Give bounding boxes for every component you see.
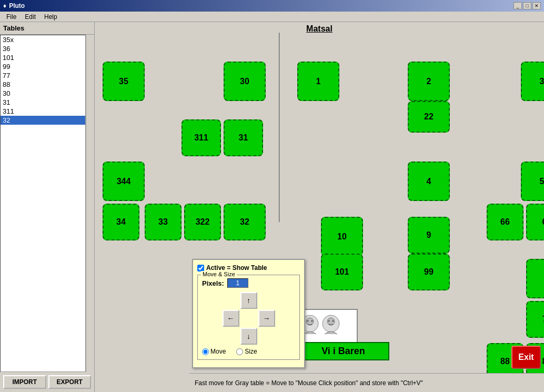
arrow-up-button[interactable]: ↑ <box>240 292 257 309</box>
floor-table-22[interactable]: 22 <box>408 101 450 133</box>
pixels-label: Pixels: <box>202 279 224 287</box>
empty-cell <box>223 328 239 345</box>
empty-cell <box>240 310 257 327</box>
exit-button[interactable]: Exit <box>511 346 541 369</box>
status-bar: Fast move for Gray table = Move to "Mous… <box>189 373 544 392</box>
maximize-button[interactable]: □ <box>523 2 531 9</box>
floor-table-33[interactable]: 33 <box>145 204 182 240</box>
vi-baren-label: Vi i Baren <box>297 342 389 360</box>
floor-table-3[interactable]: 3 <box>521 62 544 101</box>
floor-table-77[interactable]: 77 <box>526 301 544 338</box>
matsal-label: Matsal <box>304 22 335 36</box>
empty-cell <box>223 292 239 309</box>
floor-table-4[interactable]: 4 <box>408 162 450 201</box>
floor-table-31[interactable]: 31 <box>224 119 263 156</box>
floor-table-101[interactable]: 101 <box>321 254 363 290</box>
floor-table-344[interactable]: 344 <box>103 162 145 201</box>
floor-area: Matsal 353012322311313445434333223266610… <box>95 22 544 392</box>
floor-table-34[interactable]: 34 <box>103 204 139 240</box>
menu-edit[interactable]: Edit <box>21 13 40 21</box>
svg-point-3 <box>311 320 313 321</box>
menu-help[interactable]: Help <box>40 13 62 21</box>
floor-table-322[interactable]: 322 <box>184 204 221 240</box>
list-item-selected[interactable]: 32 <box>1 116 85 125</box>
radio-size[interactable]: Size <box>236 348 257 355</box>
list-item[interactable]: 99 <box>1 62 85 71</box>
floor-table-7[interactable]: 7 <box>526 259 544 298</box>
vertical-divider <box>279 33 280 222</box>
tables-list: 35x 36 101 99 77 88 30 31 311 32 <box>0 35 86 372</box>
arrow-left-button[interactable]: ← <box>223 310 239 327</box>
portrait-2 <box>321 314 340 338</box>
floor-table-10[interactable]: 10 <box>321 217 363 256</box>
import-button[interactable]: IMPORT <box>3 375 46 389</box>
floor-table-32[interactable]: 32 <box>224 204 266 240</box>
floor-table-9[interactable]: 9 <box>408 217 450 254</box>
tables-header: Tables <box>0 22 94 35</box>
floor-table-311[interactable]: 311 <box>182 119 221 156</box>
menu-bar: File Edit Help <box>0 12 544 22</box>
arrow-right-button[interactable]: → <box>258 310 275 327</box>
left-panel: Tables 35x 36 101 99 77 88 30 31 311 32 … <box>0 22 95 392</box>
app-title: Pluto <box>9 2 25 9</box>
list-item[interactable]: 77 <box>1 71 85 80</box>
empty-cell <box>258 328 275 345</box>
minimize-button[interactable]: _ <box>513 2 522 9</box>
pixels-input[interactable] <box>227 278 248 288</box>
export-button[interactable]: EXPORT <box>48 375 92 389</box>
floor-table-6[interactable]: 6 <box>526 204 544 240</box>
list-item[interactable]: 31 <box>1 98 85 107</box>
svg-point-7 <box>333 320 334 321</box>
svg-point-6 <box>328 320 330 321</box>
menu-file[interactable]: File <box>2 13 21 21</box>
vi-baren-portraits <box>297 309 358 343</box>
active-checkbox[interactable] <box>197 265 204 272</box>
status-text: Fast move for Gray table = Move to "Mous… <box>195 379 423 387</box>
floor-table-1[interactable]: 1 <box>297 62 339 101</box>
floor-table-99[interactable]: 99 <box>408 254 450 290</box>
tables-scrollbar[interactable] <box>86 35 94 372</box>
title-bar: ♦ Pluto _ □ ✕ <box>0 0 544 12</box>
close-button[interactable]: ✕ <box>532 2 541 9</box>
list-item[interactable]: 88 <box>1 80 85 89</box>
move-size-legend: Move & Size <box>201 271 237 277</box>
list-item[interactable]: 311 <box>1 107 85 116</box>
svg-point-2 <box>307 320 309 321</box>
floor-table-2[interactable]: 2 <box>408 62 450 101</box>
floor-table-30[interactable]: 30 <box>224 62 266 101</box>
list-item[interactable]: 101 <box>1 53 85 62</box>
app-icon: ♦ <box>3 2 6 9</box>
floor-table-66[interactable]: 66 <box>487 204 523 240</box>
floor-table-35[interactable]: 35 <box>103 62 145 101</box>
list-item[interactable]: 35x <box>1 35 85 44</box>
list-item[interactable]: 30 <box>1 89 85 98</box>
popup-panel: Active = Show Table Move & Size Pixels: … <box>192 259 305 368</box>
floor-table-5[interactable]: 5 <box>521 162 544 201</box>
active-label: Active = Show Table <box>206 264 267 272</box>
arrow-down-button[interactable]: ↓ <box>240 328 257 345</box>
empty-cell <box>258 292 275 309</box>
list-item[interactable]: 36 <box>1 44 85 53</box>
radio-move[interactable]: Move <box>202 348 226 355</box>
